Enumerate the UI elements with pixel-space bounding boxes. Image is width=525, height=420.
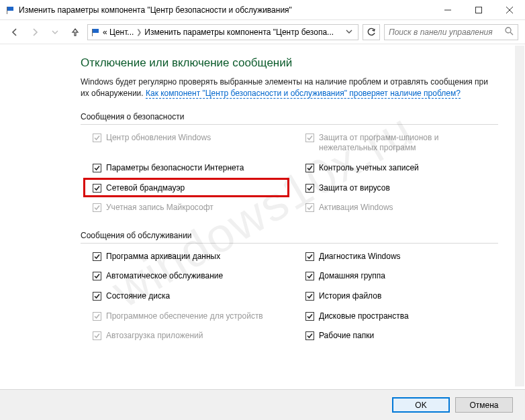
checkbox-box xyxy=(93,331,101,340)
checkbox-label: Защита от вирусов xyxy=(319,183,390,194)
checkbox-label: Контроль учетных записей xyxy=(319,163,419,174)
checkbox-item[interactable]: Состояние диска xyxy=(93,291,285,302)
cancel-button[interactable]: Отмена xyxy=(455,397,513,413)
checkbox-item[interactable]: История файлов xyxy=(305,291,498,302)
checkbox-label: Диагностика Windows xyxy=(319,252,401,262)
checkbox-box[interactable] xyxy=(93,252,101,261)
search-input[interactable] xyxy=(389,28,505,37)
checkbox-item: Автозагрузка приложений xyxy=(93,331,285,342)
checkbox-label: Программное обеспечение для устройств xyxy=(106,311,263,322)
back-button[interactable] xyxy=(7,24,23,40)
checkbox-label: Параметры безопасности Интернета xyxy=(106,163,244,174)
checkbox-item: Учетная запись Майкрософт xyxy=(93,203,285,213)
checkbox-label: Активация Windows xyxy=(319,203,393,213)
checkbox-box[interactable] xyxy=(305,312,314,321)
checkbox-label: Учетная запись Майкрософт xyxy=(106,203,213,213)
svg-rect-0 xyxy=(7,7,13,11)
checkbox-item[interactable]: Дисковые пространства xyxy=(305,311,498,322)
search-box[interactable] xyxy=(384,24,518,40)
checkbox-box[interactable] xyxy=(93,164,101,172)
toolbar: « Цент... ❯ Изменить параметры компонент… xyxy=(0,20,525,44)
checkbox-item: Программное обеспечение для устройств xyxy=(93,311,285,322)
window-controls xyxy=(432,0,525,19)
flag-icon xyxy=(5,5,15,15)
checkbox-item[interactable]: Диагностика Windows xyxy=(305,252,498,262)
footer: OK Отмена xyxy=(0,389,525,420)
window-title: Изменить параметры компонента "Центр без… xyxy=(19,5,432,15)
svg-rect-6 xyxy=(92,29,99,33)
checkbox-box[interactable] xyxy=(305,184,314,193)
checkbox-label: Автоматическое обслуживание xyxy=(106,271,223,282)
checkbox-box[interactable] xyxy=(305,164,314,172)
checkbox-label: Рабочие папки xyxy=(319,331,374,342)
svg-rect-1 xyxy=(7,7,7,14)
recent-dropdown[interactable] xyxy=(47,24,63,40)
flag-icon xyxy=(91,28,100,37)
checkbox-label: Автозагрузка приложений xyxy=(106,331,203,342)
checkbox-label: Защита от программ-шпионов и нежелательн… xyxy=(319,133,498,154)
svg-line-9 xyxy=(510,32,513,35)
svg-rect-3 xyxy=(476,7,482,13)
checkbox-item: Активация Windows xyxy=(305,203,498,213)
section-title-security: Сообщения о безопасности xyxy=(81,112,498,125)
ok-button[interactable]: OK xyxy=(392,397,450,413)
chevron-right-icon: ❯ xyxy=(136,28,142,36)
page-heading: Отключение или включение сообщений xyxy=(81,56,498,70)
checkbox-box xyxy=(305,134,314,142)
checkbox-box[interactable] xyxy=(305,292,314,301)
checkbox-box[interactable] xyxy=(305,331,314,340)
close-button[interactable] xyxy=(494,0,525,19)
section-title-maintenance: Сообщения об обслуживании xyxy=(81,231,498,244)
up-button[interactable] xyxy=(67,24,83,40)
checkbox-item[interactable]: Сетевой брандмауэр xyxy=(93,183,285,194)
svg-point-8 xyxy=(506,28,511,33)
checkbox-label: История файлов xyxy=(319,291,381,302)
checkbox-item[interactable]: Параметры безопасности Интернета xyxy=(93,163,285,174)
checkbox-box[interactable] xyxy=(93,292,101,301)
checkbox-box xyxy=(93,312,101,321)
checkbox-box xyxy=(305,203,314,212)
intro-help-link[interactable]: Как компонент "Центр безопасности и обсл… xyxy=(146,89,461,99)
security-grid: Центр обновления WindowsЗащита от програ… xyxy=(81,133,498,213)
breadcrumb-part2[interactable]: Изменить параметры компонента "Центр без… xyxy=(144,28,334,37)
checkbox-item[interactable]: Защита от вирусов xyxy=(305,183,498,194)
checkbox-label: Программа архивации данных xyxy=(106,252,220,262)
maintenance-grid: Программа архивации данныхДиагностика Wi… xyxy=(81,252,498,342)
breadcrumb[interactable]: « Цент... ❯ Изменить параметры компонент… xyxy=(87,24,359,40)
checkbox-box[interactable] xyxy=(305,272,314,280)
forward-button[interactable] xyxy=(27,24,43,40)
checkbox-item[interactable]: Рабочие папки xyxy=(305,331,498,342)
intro-text: Windows будет регулярно проверять выбран… xyxy=(81,76,498,100)
checkbox-label: Дисковые пространства xyxy=(319,311,409,322)
svg-rect-7 xyxy=(92,29,93,36)
breadcrumb-part1[interactable]: « Цент... xyxy=(103,28,134,37)
checkbox-box xyxy=(93,203,101,212)
checkbox-label: Домашняя группа xyxy=(319,271,385,282)
checkbox-label: Сетевой брандмауэр xyxy=(106,183,185,194)
checkbox-item[interactable]: Контроль учетных записей xyxy=(305,163,498,174)
checkbox-box[interactable] xyxy=(93,272,101,280)
checkbox-box xyxy=(93,134,101,142)
search-icon[interactable] xyxy=(505,27,514,38)
content-area: Отключение или включение сообщений Windo… xyxy=(0,44,525,388)
titlebar: Изменить параметры компонента "Центр без… xyxy=(0,0,525,20)
refresh-button[interactable] xyxy=(363,24,380,40)
checkbox-item[interactable]: Автоматическое обслуживание xyxy=(93,271,285,282)
checkbox-label: Центр обновления Windows xyxy=(106,133,211,144)
minimize-button[interactable] xyxy=(432,0,463,19)
checkbox-item[interactable]: Программа архивации данных xyxy=(93,252,285,262)
breadcrumb-dropdown[interactable] xyxy=(343,28,355,37)
checkbox-box[interactable] xyxy=(93,184,101,193)
checkbox-label: Состояние диска xyxy=(106,291,170,302)
checkbox-item: Защита от программ-шпионов и нежелательн… xyxy=(305,133,498,154)
checkbox-box[interactable] xyxy=(305,252,314,261)
checkbox-item[interactable]: Домашняя группа xyxy=(305,271,498,282)
maximize-button[interactable] xyxy=(463,0,494,19)
checkbox-item: Центр обновления Windows xyxy=(93,133,285,144)
